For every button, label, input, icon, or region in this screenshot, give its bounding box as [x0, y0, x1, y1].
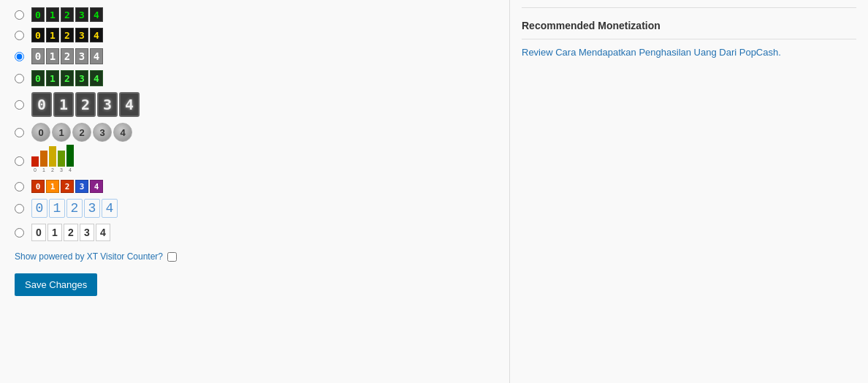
powered-by-label: Show powered by XT Visitor Counter? [15, 251, 163, 262]
digit: 3 [75, 7, 88, 22]
counter-style-7-row: 0 1 2 3 4 [15, 148, 495, 174]
counter-style-4-preview: 0 1 2 3 4 [31, 70, 103, 86]
counter-style-9-radio[interactable] [15, 204, 24, 213]
counter-style-1-radio[interactable] [15, 10, 24, 20]
digit: 4 [90, 7, 103, 22]
counter-style-8-row: 0 1 2 3 4 [15, 180, 495, 193]
digit: 4 [96, 224, 110, 241]
counter-style-2-preview: 0 1 2 3 4 [31, 28, 103, 42]
counter-style-10-preview: 0 1 2 3 4 [31, 224, 110, 241]
counter-style-1-row: 0 1 2 3 4 [15, 7, 495, 22]
counter-style-3-radio[interactable] [15, 52, 24, 61]
powered-by-row: Show powered by XT Visitor Counter? [15, 251, 495, 262]
digit: 3 [84, 199, 100, 218]
digit: 0 [31, 7, 45, 22]
digit: 3 [93, 123, 112, 142]
counter-style-10-radio[interactable] [15, 228, 24, 238]
digit: 2 [75, 92, 96, 117]
digit: 4 [119, 92, 140, 117]
counter-style-5-radio[interactable] [15, 100, 24, 110]
bar-2: 2 [49, 146, 56, 172]
digit: 0 [31, 28, 45, 42]
digit: 4 [90, 28, 103, 42]
counter-style-6-radio[interactable] [15, 128, 24, 137]
sidebar-section-title: Recommended Monetization [522, 14, 856, 39]
digit: 0 [31, 180, 45, 193]
digit: 1 [46, 48, 59, 64]
bar-0: 0 [31, 156, 39, 172]
digit: 0 [31, 123, 50, 142]
powered-by-checkbox[interactable] [167, 252, 177, 262]
digit: 1 [46, 70, 59, 86]
counter-style-4-radio[interactable] [15, 74, 24, 83]
digit: 1 [46, 28, 59, 42]
digit: 3 [80, 224, 94, 241]
digit: 4 [90, 180, 103, 193]
digit: 3 [97, 92, 118, 117]
digit: 3 [75, 70, 88, 86]
counter-style-10-row: 0 1 2 3 4 [15, 224, 495, 241]
sidebar-top-border [522, 7, 856, 8]
digit: 4 [90, 48, 103, 64]
digit: 1 [49, 199, 65, 218]
digit: 1 [47, 224, 62, 241]
digit: 3 [75, 180, 88, 193]
digit: 2 [66, 199, 83, 218]
digit: 2 [61, 70, 74, 86]
counter-style-2-radio[interactable] [15, 31, 24, 40]
digit: 0 [31, 224, 46, 241]
counter-style-5-row: 0 1 2 3 4 [15, 92, 495, 117]
digit: 1 [46, 7, 59, 22]
counter-style-2-row: 0 1 2 3 4 [15, 28, 495, 42]
counter-style-7-radio[interactable] [15, 156, 24, 166]
counter-style-3-row: 0 1 2 3 4 [15, 48, 495, 64]
sidebar-monetization-link[interactable]: Review Cara Mendapatkan Penghasilan Uang… [522, 47, 781, 58]
counter-style-8-preview: 0 1 2 3 4 [31, 180, 103, 193]
digit: 2 [61, 180, 74, 193]
bar-chart: 0 1 2 3 4 [31, 148, 74, 174]
digit: 0 [31, 199, 47, 218]
digit: 2 [61, 28, 74, 42]
counter-style-3-preview: 0 1 2 3 4 [31, 48, 103, 64]
counter-style-5-preview: 0 1 2 3 4 [31, 92, 140, 117]
digit: 0 [31, 48, 45, 64]
digit: 2 [61, 7, 74, 22]
counter-style-8-radio[interactable] [15, 182, 24, 192]
counter-style-7-preview: 0 1 2 3 4 [31, 148, 74, 174]
bar-1: 1 [40, 151, 47, 172]
counter-style-1-preview: 0 1 2 3 4 [31, 7, 103, 22]
bar-4: 4 [66, 145, 74, 172]
save-button[interactable]: Save Changes [15, 273, 97, 296]
digit: 3 [75, 28, 88, 42]
counter-style-9-preview: 0 1 2 3 4 [31, 199, 118, 218]
digit: 1 [53, 92, 74, 117]
counter-style-6-row: 0 1 2 3 4 [15, 123, 495, 142]
digit: 2 [64, 224, 78, 241]
digit: 4 [90, 70, 103, 86]
counter-style-4-row: 0 1 2 3 4 [15, 70, 495, 86]
counter-style-6-preview: 0 1 2 3 4 [31, 123, 132, 142]
digit: 1 [52, 123, 71, 142]
digit: 0 [31, 70, 45, 86]
digit: 1 [46, 180, 59, 193]
digit: 2 [61, 48, 74, 64]
digit: 4 [102, 199, 118, 218]
digit: 4 [113, 123, 132, 142]
counter-style-9-row: 0 1 2 3 4 [15, 199, 495, 218]
bar-3: 3 [58, 151, 65, 172]
digit: 3 [75, 48, 88, 64]
digit: 2 [72, 123, 91, 142]
digit: 0 [31, 92, 52, 117]
